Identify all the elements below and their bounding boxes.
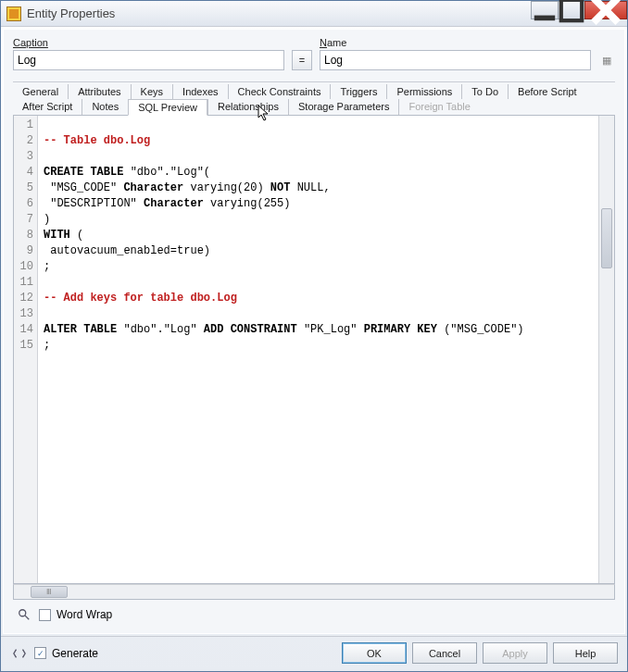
close-button[interactable]	[584, 1, 627, 19]
help-button[interactable]: Help	[553, 642, 618, 664]
caption-equals-name-button[interactable]: =	[292, 50, 312, 70]
caption-label: Caption	[13, 37, 284, 48]
maximize-button[interactable]	[558, 1, 585, 19]
line-gutter: 123456789101112131415	[14, 116, 38, 583]
caption-input[interactable]	[13, 50, 284, 70]
tab-triggers[interactable]: Triggers	[330, 84, 386, 99]
horizontal-scrollbar[interactable]: Ⅲ	[13, 584, 615, 600]
wordwrap-label: Word Wrap	[57, 608, 112, 621]
script-icon[interactable]	[10, 644, 29, 663]
tab-notes[interactable]: Notes	[82, 99, 128, 116]
cancel-button[interactable]: Cancel	[412, 642, 477, 664]
window-frame: Entity Properties Caption = Name ▦	[0, 0, 628, 672]
tab-check-constraints[interactable]: Check Constraints	[228, 84, 331, 99]
tab-storage-parameters[interactable]: Storage Parameters	[288, 99, 398, 116]
sql-code-area[interactable]: -- Table dbo.Log CREATE TABLE "dbo"."Log…	[38, 116, 598, 583]
svg-rect-1	[561, 0, 582, 20]
tab-attributes[interactable]: Attributes	[68, 84, 130, 99]
tab-general[interactable]: General	[13, 84, 68, 99]
tab-keys[interactable]: Keys	[131, 84, 172, 99]
search-icon[interactable]	[15, 605, 33, 624]
name-more-button[interactable]: ▦	[598, 50, 615, 70]
tab-permissions[interactable]: Permissions	[386, 84, 461, 99]
dialog-content: Caption = Name ▦ GeneralAttributesKeysIn…	[3, 29, 625, 634]
generate-checkbox[interactable]: ✓	[34, 647, 46, 659]
svg-rect-0	[534, 16, 555, 21]
wordwrap-checkbox[interactable]	[39, 609, 51, 621]
tabs-area: GeneralAttributesKeysIndexesCheck Constr…	[13, 81, 615, 116]
tab-to-do[interactable]: To Do	[461, 84, 508, 99]
dialog-button-bar: ✓ Generate OK Cancel Apply Help	[1, 636, 627, 671]
sql-editor: 123456789101112131415 -- Table dbo.Log C…	[13, 115, 615, 584]
tab-relationships[interactable]: Relationships	[207, 99, 288, 116]
name-input[interactable]	[320, 50, 591, 70]
svg-line-3	[25, 616, 29, 619]
tab-indexes[interactable]: Indexes	[172, 84, 228, 99]
tab-after-script[interactable]: After Script	[13, 99, 82, 116]
tab-before-script[interactable]: Before Script	[508, 84, 586, 99]
tab-sql-preview[interactable]: SQL Preview	[128, 99, 207, 116]
vertical-scrollbar[interactable]	[598, 116, 614, 583]
app-icon	[6, 6, 21, 21]
titlebar[interactable]: Entity Properties	[1, 1, 627, 27]
tab-foreign-table[interactable]: Foreign Table	[398, 99, 479, 116]
apply-button[interactable]: Apply	[483, 642, 547, 664]
ok-button[interactable]: OK	[342, 642, 407, 664]
generate-label: Generate	[52, 647, 98, 660]
hscroll-thumb[interactable]: Ⅲ	[31, 586, 68, 598]
window-title: Entity Properties	[27, 6, 532, 20]
svg-point-2	[19, 610, 26, 616]
name-label: Name	[320, 37, 591, 48]
minimize-button[interactable]	[531, 1, 559, 19]
